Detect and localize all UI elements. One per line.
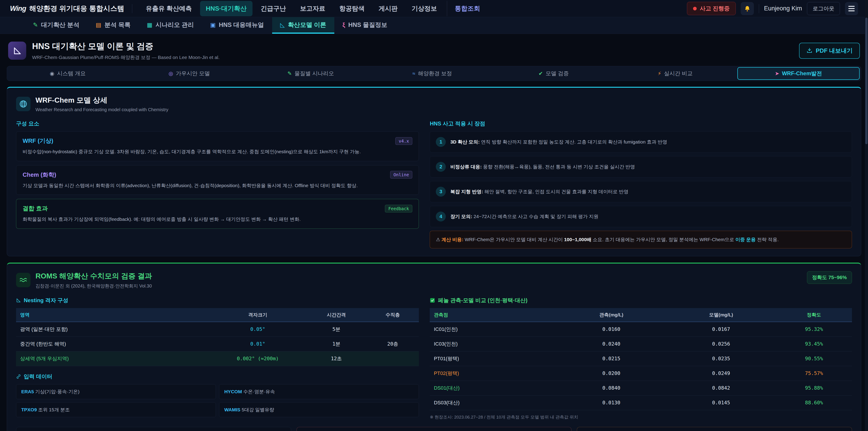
table-row: PT01(평택)0.02150.023590.55%: [430, 351, 852, 366]
list-icon: ▤: [96, 22, 101, 29]
nav-item-rescue[interactable]: 긴급구난: [255, 1, 292, 16]
menu-button[interactable]: [845, 2, 858, 15]
wrf-card-title: WRF-Chem 모델 상세: [35, 95, 168, 105]
table-row: DS01(대산)0.08400.084295.88%: [430, 380, 852, 395]
component-desc: 비정수압(non-hydrostatic) 중규모 기상 모델. 3차원 바람장…: [23, 148, 412, 155]
pdf-export-label: PDF 내보내기: [816, 47, 852, 55]
table-row: 광역 (일본·대만 포함) 0.05° 5분: [16, 322, 419, 337]
tab-gaussian-model[interactable]: ◎ 가우시안 모델: [128, 66, 250, 81]
warning-icon: ⚠: [436, 237, 440, 242]
feedback-badge: Feedback: [385, 205, 412, 212]
component-name: WRF (기상): [23, 137, 53, 145]
subnav-item-hns-substance[interactable]: ξ HNS 물질정보: [334, 17, 395, 34]
ruler-icon: ◺: [280, 22, 285, 29]
main-nav: 유출유 확산예측 HNS·대기확산 긴급구난 보고자료 항공탐색 게시판 기상정…: [140, 1, 486, 16]
cost-warning-note: ⚠ 계산 비용: WRF-Chem은 가우시안 모델 대비 계산 시간이 100…: [430, 231, 852, 248]
subnav-label: 확산모델 이론: [288, 21, 327, 29]
number-badge: 1: [436, 137, 446, 147]
roms-card-subtitle: 김창겸·이문진 외 (2024), 한국해양환경·안전학회지 Vol.30: [35, 283, 152, 289]
dna-icon: ξ: [342, 22, 345, 29]
roms-validation-card: ROMS 해양확산 수치모의 검증 결과 김창겸·이문진 외 (2024), 한…: [7, 263, 861, 431]
phenol-compare-heading: 페놀 관측-모델 비교 (인천·평택·대산): [430, 297, 852, 304]
incident-badge-label: 사고 진행중: [700, 5, 730, 12]
advantage-item: 2 비정상류 대응: 풍향 전환(해풍↔육풍), 돌풍, 전선 통과 등 시변 …: [430, 156, 852, 177]
component-chem: Chem (화학) Online 기상 모델과 동일한 시간 스텝에서 화학종의…: [16, 165, 419, 195]
table-row: 중간역 (한반도 해역) 0.01° 1분 20층: [16, 337, 419, 351]
tab-label: 실시간 비교: [664, 70, 693, 77]
table-row: IC01(인천)0.01600.016795.32%: [430, 322, 852, 337]
number-badge: 4: [436, 212, 446, 221]
link-icon: [16, 374, 21, 379]
tab-substance-scenario[interactable]: ✎ 물질별 시나리오: [250, 66, 371, 81]
triangle-ruler-icon: [8, 41, 26, 60]
sub-navbar: ✎ 대기확산 분석 ▤ 분석 목록 ▦ 시나리오 관리 ▣ HNS 대응매뉴얼 …: [0, 17, 868, 34]
table-row-warning: PT02(평택)0.02000.024975.57%: [430, 366, 852, 380]
table-row: DS03(대산)0.01300.014588.60%: [430, 395, 852, 410]
tab-marine-correction[interactable]: ≈ 해양환경 보정: [371, 66, 493, 81]
stat-incheon-bottom: 인천 저층 최대농도 0.3822mg/L 표층 대비 3.5배 ↑: [297, 427, 572, 431]
tab-wrf-chem-advance[interactable]: ➤ WRF-Chem발전: [737, 67, 860, 80]
phenol-compare-table: 관측점 관측(mg/L) 모델(mg/L) 정확도 IC01(인천)0.0160…: [430, 308, 852, 410]
incident-dot-icon: [693, 7, 697, 10]
input-data-era5: ERA5 기상(기압·풍속·기온): [16, 384, 216, 399]
nav-item-aerial-search[interactable]: 항공탐색: [333, 1, 370, 16]
subnav-item-atmos-analysis[interactable]: ✎ 대기확산 분석: [25, 17, 88, 34]
input-data-heading: 입력 데이터: [16, 373, 419, 380]
nav-item-reports[interactable]: 보고자료: [294, 1, 331, 16]
rocket-icon: ➤: [775, 70, 779, 76]
input-data-tpxo9: TPXO9 조위 15개 분조: [16, 402, 216, 417]
microscope-icon: ◉: [50, 70, 54, 76]
advantage-item: 3 복잡 지형 반영: 해안 절벽, 항만 구조물, 인접 도시의 건물 효과를…: [430, 181, 852, 202]
roms-card-title: ROMS 해양확산 수치모의 검증 결과: [35, 271, 152, 281]
nav-item-weather[interactable]: 기상정보: [406, 1, 443, 16]
tab-realtime-compare[interactable]: ⚡ 실시간 비교: [614, 66, 736, 81]
advantage-item: 1 3D 확산 모의: 연직 방향 확산까지 포함한 정밀 농도장 계산. 고층…: [430, 131, 852, 153]
notification-bell-button[interactable]: [741, 2, 754, 15]
wave-icon: [16, 273, 31, 287]
components-heading: 구성 요소: [16, 120, 419, 127]
chart-icon: ▦: [147, 22, 152, 29]
page-header: HNS 대기확산 모델 이론 및 검증 WRF-Chem·Gaussian Pl…: [8, 41, 860, 61]
nav-item-board[interactable]: 게시판: [373, 1, 403, 16]
subnav-item-analysis-list[interactable]: ▤ 분석 목록: [88, 17, 138, 34]
section-tabbar: ◉ 시스템 개요 ◎ 가우시안 모델 ✎ 물질별 시나리오 ≈ 해양환경 보정 …: [7, 66, 861, 81]
page-title: HNS 대기확산 모델 이론 및 검증: [32, 41, 219, 52]
nesting-heading: Nesting 격자 구성: [16, 297, 419, 304]
spiral-icon: ◎: [168, 70, 173, 76]
nav-item-hns-atmos[interactable]: HNS·대기확산: [200, 1, 252, 16]
pdf-export-button[interactable]: PDF 내보내기: [799, 43, 860, 59]
subnav-label: 분석 목록: [104, 21, 131, 29]
subnav-item-model-theory[interactable]: ◺ 확산모델 이론: [272, 17, 335, 34]
advantages-heading: HNS 사고 적용 시 장점: [430, 120, 852, 127]
version-badge: v4.x: [395, 137, 412, 145]
component-desc: 화학물질의 복사 효과가 기상장에 되먹임(feedback). 예: 대량의 …: [23, 216, 412, 223]
logout-button[interactable]: 로그아웃: [807, 2, 840, 15]
nav-item-oil-spill[interactable]: 유출유 확산예측: [140, 1, 198, 16]
page-scrollbar[interactable]: [865, 0, 868, 431]
tab-system-overview[interactable]: ◉ 시스템 개요: [7, 66, 128, 81]
subnav-item-scenario-mgmt[interactable]: ▦ 시나리오 관리: [138, 17, 202, 34]
subnav-label: HNS 물질정보: [348, 21, 388, 29]
component-name: 결합 효과: [23, 205, 48, 212]
nav-item-integrated-search[interactable]: 통합조회: [447, 1, 486, 16]
globe-icon: [16, 97, 31, 111]
scrollbar-thumb[interactable]: [865, 18, 868, 144]
subnav-label: 시나리오 관리: [156, 21, 194, 29]
subnav-item-hns-manual[interactable]: ▣ HNS 대응매뉴얼: [202, 17, 272, 34]
number-badge: 2: [436, 162, 446, 172]
component-coupling: 결합 효과 Feedback 화학물질의 복사 효과가 기상장에 되먹임(fee…: [16, 199, 419, 229]
tab-model-validation[interactable]: ✔ 모델 검증: [493, 66, 614, 81]
tab-label: 모델 검증: [546, 70, 569, 77]
wrf-card-subtitle: Weather Research and Forecasting model c…: [35, 107, 168, 112]
input-data-wamis: WAMIS 5대강 일별유량: [219, 402, 419, 417]
app-logo[interactable]: Wing 해양환경 위기대응 통합시스템: [10, 4, 124, 13]
wrf-chem-detail-card: WRF-Chem 모델 상세 Weather Research and Fore…: [7, 87, 861, 256]
concentration-stats: 인천 표층 최대농도 0.1089mg/L 인천 저층 최대농도 0.3822m…: [16, 427, 852, 431]
book-icon: ▣: [210, 22, 216, 29]
page-subtitle: WRF-Chem·Gaussian Plume/Puff·ROMS·해양환경 보…: [32, 54, 219, 61]
check-square-icon: [430, 298, 435, 303]
accuracy-badge: 정확도 75~96%: [807, 271, 852, 284]
table-row-highlighted: 상세역 (5개 우심지역) 0.002° (≈200m) 12초: [16, 351, 419, 366]
main-content: HNS 대기확산 모델 이론 및 검증 WRF-Chem·Gaussian Pl…: [0, 34, 868, 431]
lightning-icon: ⚡: [657, 70, 661, 76]
